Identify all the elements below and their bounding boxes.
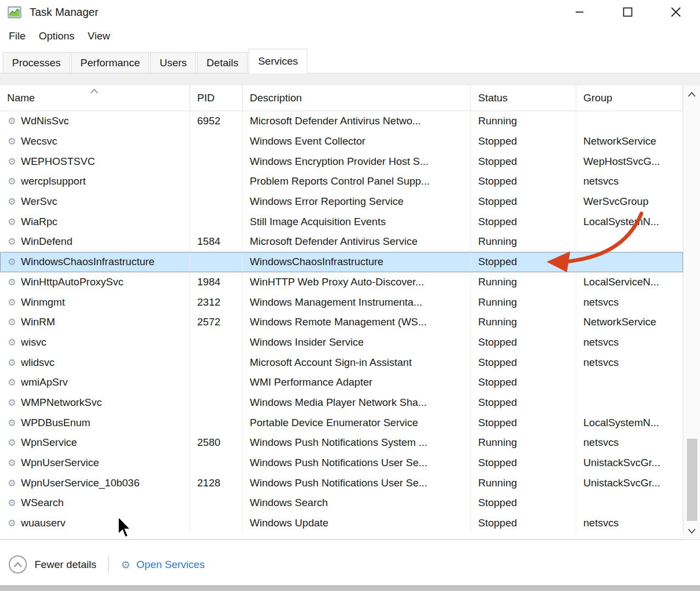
service-row-winmgmt[interactable]: ⚙ Winmgmt 2312 Windows Management Instru… <box>0 292 683 312</box>
service-description: Windows Error Reporting Service <box>243 192 471 212</box>
service-description: Portable Device Enumerator Service <box>243 412 471 433</box>
service-pid <box>190 352 243 372</box>
window-bottom-edge <box>0 586 700 591</box>
service-group: WepHostSvcG... <box>576 151 683 171</box>
close-button[interactable] <box>652 0 700 24</box>
service-name-cell: ⚙ WinRM <box>0 312 190 332</box>
service-pid <box>190 151 243 171</box>
service-row-windefend[interactable]: ⚙ WinDefend 1584 Microsoft Defender Anti… <box>0 232 683 252</box>
service-row-winrm[interactable]: ⚙ WinRM 2572 Windows Remote Management (… <box>0 312 683 332</box>
service-status: Stopped <box>471 171 576 192</box>
service-row-wsearch[interactable]: ⚙ WSearch Windows Search Stopped <box>0 493 683 513</box>
service-gear-icon: ⚙ <box>8 377 16 388</box>
service-row-wiarpc[interactable]: ⚙ WiaRpc Still Image Acquisition Events … <box>0 211 683 232</box>
service-row-wpdbusenum[interactable]: ⚙ WPDBusEnum Portable Device Enumerator … <box>0 412 683 433</box>
service-gear-icon: ⚙ <box>8 176 16 187</box>
service-row-wlidsvc[interactable]: ⚙ wlidsvc Microsoft Account Sign-in Assi… <box>0 352 683 372</box>
service-gear-icon: ⚙ <box>8 518 16 529</box>
menu-view[interactable]: View <box>81 24 117 48</box>
service-row-wdnissvc[interactable]: ⚙ WdNisSvc 6952 Microsoft Defender Antiv… <box>0 111 683 131</box>
column-header-status[interactable]: Status <box>471 85 576 111</box>
service-row-wmiapsrv[interactable]: ⚙ wmiApSrv WMI Performance Adapter Stopp… <box>0 372 683 393</box>
service-row-wuauserv[interactable]: ⚙ wuauserv Windows Update Stopped netsvc… <box>0 513 683 533</box>
service-name: wuauserv <box>21 517 65 529</box>
service-row-wpnservice[interactable]: ⚙ WpnService 2580 Windows Push Notificat… <box>0 433 683 453</box>
service-status: Stopped <box>471 332 576 353</box>
service-row-windowschaosinfrastructure[interactable]: ⚙ WindowsChaosInfrastructure WindowsChao… <box>0 252 683 272</box>
service-name-cell: ⚙ WMPNetworkSvc <box>0 393 190 413</box>
service-pid <box>190 171 243 192</box>
tab-label: Services <box>258 55 298 67</box>
minimize-button[interactable] <box>555 0 604 24</box>
column-header-group[interactable]: Group <box>576 85 683 111</box>
service-status: Running <box>471 292 576 312</box>
menu-file[interactable]: File <box>2 24 32 48</box>
service-gear-icon: ⚙ <box>8 277 16 288</box>
service-pid <box>190 211 243 232</box>
service-name-cell: ⚙ WPDBusEnum <box>0 412 190 433</box>
service-name-cell: ⚙ wmiApSrv <box>0 372 190 393</box>
service-group: NetworkService <box>576 131 683 152</box>
service-row-wisvc[interactable]: ⚙ wisvc Windows Insider Service Stopped … <box>0 332 683 353</box>
tab-strip: Processes Performance Users Details Serv… <box>0 48 700 73</box>
services-list: Name PID Description Status Group <box>0 85 700 540</box>
menu-options[interactable]: Options <box>32 24 81 48</box>
service-gear-icon: ⚙ <box>8 478 16 489</box>
service-row-wersvc[interactable]: ⚙ WerSvc Windows Error Reporting Service… <box>0 192 683 212</box>
tab-label: Details <box>206 57 238 69</box>
service-name-cell: ⚙ WEPHOSTSVC <box>0 151 190 171</box>
service-name-cell: ⚙ WpnUserService_10b036 <box>0 473 190 493</box>
menu-item-label: File <box>9 30 26 42</box>
scrollbar-down-arrow-icon[interactable] <box>684 523 700 538</box>
service-group: netsvcs <box>576 433 683 453</box>
column-header-pid[interactable]: PID <box>190 85 243 111</box>
service-description: Windows Remote Management (WS... <box>243 312 471 332</box>
service-status: Stopped <box>471 393 576 413</box>
service-group: LocalSystemN... <box>576 211 683 232</box>
title-bar: Task Manager <box>0 0 700 24</box>
service-status: Stopped <box>471 412 576 433</box>
service-row-wecsvc[interactable]: ⚙ Wecsvc Windows Event Collector Stopped… <box>0 131 683 152</box>
service-status: Stopped <box>471 352 576 372</box>
service-name-cell: ⚙ WpnService <box>0 433 190 453</box>
maximize-button[interactable] <box>604 0 652 24</box>
service-row-wpnuserservice-10b036[interactable]: ⚙ WpnUserService_10b036 2128 Windows Pus… <box>0 473 683 493</box>
service-description: Windows Media Player Network Sha... <box>243 393 471 413</box>
tab-services[interactable]: Services <box>249 49 307 73</box>
service-gear-icon: ⚙ <box>8 256 16 267</box>
service-row-wephostsvc[interactable]: ⚙ WEPHOSTSVC Windows Encryption Provider… <box>0 151 683 171</box>
service-group: netsvcs <box>576 292 683 312</box>
service-name: Wecsvc <box>21 135 57 147</box>
tab-performance[interactable]: Performance <box>71 52 150 73</box>
tab-details[interactable]: Details <box>197 52 248 73</box>
service-row-wpnuserservice[interactable]: ⚙ WpnUserService Windows Push Notificati… <box>0 453 683 473</box>
service-group: UnistackSvcGr... <box>576 473 683 493</box>
scrollbar-thumb[interactable] <box>687 439 697 521</box>
fewer-details-button[interactable]: Fewer details <box>9 555 96 573</box>
tab-users[interactable]: Users <box>150 52 196 73</box>
service-row-wmpnetworksvc[interactable]: ⚙ WMPNetworkSvc Windows Media Player Net… <box>0 393 683 413</box>
service-status: Stopped <box>471 131 576 152</box>
vertical-scrollbar[interactable] <box>683 85 700 540</box>
service-row-winhttpautoproxysvc[interactable]: ⚙ WinHttpAutoProxySvc 1984 WinHTTP Web P… <box>0 272 683 292</box>
service-name-cell: ⚙ WiaRpc <box>0 211 190 232</box>
service-row-wercplsupport[interactable]: ⚙ wercplsupport Problem Reports Control … <box>0 171 683 192</box>
service-pid <box>190 131 243 152</box>
service-pid <box>190 493 243 513</box>
service-pid: 2128 <box>190 473 243 493</box>
service-description: WinHTTP Web Proxy Auto-Discover... <box>243 272 471 292</box>
service-status: Running <box>471 111 576 131</box>
service-status: Running <box>471 232 576 252</box>
column-header-description[interactable]: Description <box>243 85 471 111</box>
service-group <box>576 372 683 393</box>
minimize-icon <box>575 8 584 16</box>
maximize-icon <box>623 7 633 17</box>
service-pid <box>190 393 243 413</box>
service-group: netsvcs <box>576 513 683 533</box>
scrollbar-up-arrow-icon[interactable] <box>684 87 700 102</box>
chevron-up-circle-icon <box>9 555 27 573</box>
service-gear-icon: ⚙ <box>8 196 16 207</box>
tab-processes[interactable]: Processes <box>3 52 70 73</box>
open-services-link[interactable]: ⚙ Open Services <box>121 559 205 571</box>
open-services-gear-icon: ⚙ <box>121 559 130 571</box>
